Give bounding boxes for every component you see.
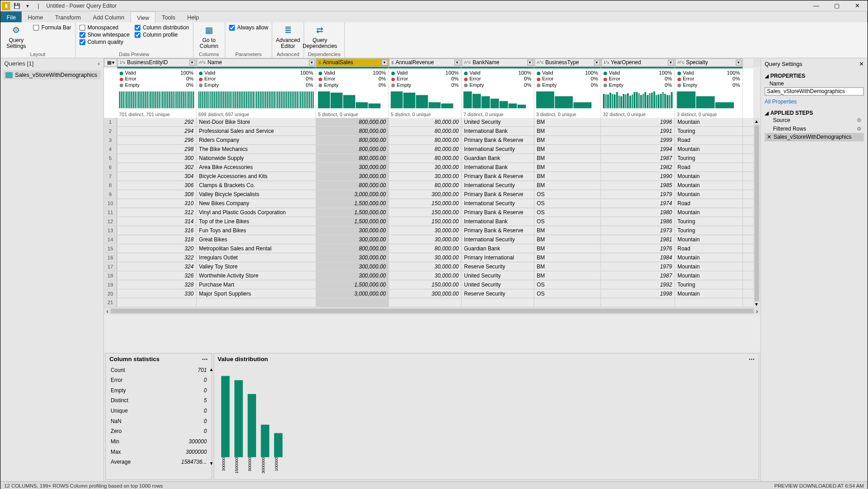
ribbon-view: ⚙ Query Settings Formula Bar Layout Mono… [0, 22, 867, 58]
goto-column-button[interactable]: ▦ Go to Column [197, 24, 221, 49]
applied-step[interactable]: ✕Sales_vStoreWithDemographics [765, 133, 864, 141]
scroll-left-icon[interactable]: ‹ [107, 308, 108, 315]
filter-dropdown-icon[interactable]: ▾ [527, 60, 533, 66]
chart-bar [221, 376, 230, 457]
close-button[interactable]: ✕ [847, 0, 867, 11]
query-settings-title: Query Settings [765, 61, 803, 67]
table-row[interactable]: 4298The Bike Mechanics800,000.0080,000.0… [104, 145, 753, 154]
horizontal-scrollbar[interactable]: ‹ › [104, 307, 760, 315]
column-header-businesstype[interactable]: AᵇcBusinessType▾ [534, 58, 601, 67]
scrollbar-thumb[interactable] [754, 125, 759, 301]
vertical-scrollbar[interactable]: ▴ ▾ [753, 118, 761, 307]
stats-scroll-down-icon[interactable]: ▾ [210, 460, 213, 466]
all-properties-link[interactable]: All Properties [765, 99, 797, 104]
title-bar: ▮ 💾 ▾ | Untitled - Power Query Editor — … [0, 0, 867, 11]
table-row[interactable]: 11312Vinyl and Plastic Goods Corporation… [104, 208, 753, 217]
table-row[interactable]: 7304Bicycle Accessories and Kits300,000.… [104, 172, 753, 181]
table-row[interactable]: 21 [104, 298, 753, 307]
name-field-label: Name [770, 80, 864, 86]
gear-icon: ⚙ [9, 24, 23, 37]
filter-dropdown-icon[interactable]: ▾ [382, 60, 387, 66]
step-settings-icon[interactable] [857, 126, 862, 132]
show-whitespace-checkbox[interactable]: Show whitespace [79, 32, 130, 38]
table-row[interactable]: 3296Riders Company800,000.0080,000.00Pri… [104, 136, 753, 145]
column-distribution-checkbox[interactable]: Column distribution [135, 25, 189, 31]
filter-dropdown-icon[interactable]: ▾ [594, 60, 600, 66]
query-item[interactable]: Sales_vStoreWithDemographics [3, 71, 101, 80]
dependency-icon: ⇄ [313, 24, 327, 37]
formula-bar-checkbox[interactable]: Formula Bar [33, 25, 71, 31]
table-row[interactable]: 18326Worthwhile Activity Store300,000.00… [104, 271, 753, 280]
maximize-button[interactable]: ▢ [826, 0, 847, 11]
tab-add-column[interactable]: Add Column [87, 11, 130, 22]
app-icon: ▮ [2, 1, 10, 10]
filter-dropdown-icon[interactable]: ▾ [309, 60, 315, 66]
close-pane-icon[interactable]: ✕ [859, 61, 864, 67]
h-scrollbar-thumb[interactable] [111, 309, 753, 314]
filter-dropdown-icon[interactable]: ▾ [668, 60, 674, 66]
table-icon: ▦ [202, 24, 215, 37]
advanced-editor-button[interactable]: ≣ Advanced Editor [276, 24, 300, 49]
table-row[interactable]: 15320Metropolitan Sales and Rental800,00… [104, 244, 753, 253]
query-dependencies-button[interactable]: ⇄ Query Dependencies [308, 24, 332, 49]
filter-dropdown-icon[interactable]: ▾ [189, 60, 195, 66]
panel-menu-icon[interactable]: ⋯ [202, 356, 208, 362]
table-row[interactable]: 13316Fun Toys and Bikes300,000.0030,000.… [104, 226, 753, 235]
column-header-specialty[interactable]: AᵇcSpecialty▾ [675, 58, 743, 67]
column-header-annualrevenue[interactable]: $AnnualRevenue▾ [389, 58, 462, 67]
status-left: 12 COLUMNS, 199+ ROWS Column profiling b… [4, 483, 163, 489]
monospaced-checkbox[interactable]: Monospaced [79, 25, 130, 31]
column-header-businessentityid[interactable]: 1²₃BusinessEntityID▾ [117, 58, 197, 67]
delete-step-icon[interactable]: ✕ [767, 134, 772, 140]
table-row[interactable]: 5300Nationwide Supply800,000.0080,000.00… [104, 154, 753, 163]
table-row[interactable]: 12314Top of the Line Bikes1,500,000.0015… [104, 217, 753, 226]
tab-file[interactable]: File [0, 11, 22, 22]
column-profile-checkbox[interactable]: Column profile [135, 32, 189, 38]
column-header-annualsales[interactable]: $AnnualSales▾ [316, 58, 389, 67]
filter-dropdown-icon[interactable]: ▾ [454, 60, 460, 66]
table-row[interactable]: 8306Clamps & Brackets Co.800,000.0080,00… [104, 181, 753, 190]
always-allow-checkbox[interactable]: Always allow [229, 25, 268, 31]
chart-bar [247, 394, 256, 457]
group-advanced-label: Advanced [276, 51, 300, 58]
filter-dropdown-icon[interactable]: ▾ [736, 60, 742, 66]
column-header-yearopened[interactable]: 1²₃YearOpened▾ [601, 58, 675, 67]
table-row[interactable]: 19328Purchase Mart1,500,000.00150,000.00… [104, 280, 753, 289]
query-settings-button[interactable]: ⚙ Query Settings [4, 24, 28, 49]
column-header-bankname[interactable]: AᵇcBankName▾ [462, 58, 534, 67]
select-all-corner[interactable]: ▦▾ [104, 58, 117, 67]
panel-menu-icon[interactable]: ⋯ [749, 356, 755, 362]
applied-step[interactable]: Filtered Rows [765, 125, 864, 133]
scroll-up-icon[interactable]: ▴ [755, 118, 758, 124]
queries-header[interactable]: Queries [1]‹ [0, 58, 103, 68]
scroll-down-icon[interactable]: ▾ [755, 301, 758, 307]
table-row[interactable]: 6302Area Bike Accessories300,000.0030,00… [104, 163, 753, 172]
table-row[interactable]: 10310New Bikes Company1,500,000.00150,00… [104, 199, 753, 208]
collapse-icon[interactable]: ‹ [98, 60, 99, 66]
scroll-right-icon[interactable]: › [756, 308, 758, 315]
group-dependencies-label: Dependencies [308, 51, 341, 58]
tab-view[interactable]: View [131, 11, 156, 23]
save-icon[interactable]: 💾 [13, 1, 21, 10]
column-quality-checkbox[interactable]: Column quality [79, 39, 130, 45]
table-row[interactable]: 16322Irregulars Outlet300,000.0030,000.0… [104, 253, 753, 262]
table-row[interactable]: 2294Professional Sales and Service800,00… [104, 127, 753, 136]
data-preview-grid[interactable]: ▦▾ 1²₃BusinessEntityID▾AᵇcName▾$AnnualSa… [104, 58, 760, 352]
table-row[interactable]: 17324Valley Toy Store300,000.0030,000.00… [104, 262, 753, 271]
tab-help[interactable]: Help [181, 11, 205, 22]
applied-step[interactable]: Source [765, 116, 864, 125]
table-row[interactable]: 20330Major Sport Suppliers3,000,000.0030… [104, 289, 753, 298]
group-layout-label: Layout [4, 51, 71, 58]
stats-scroll-up-icon[interactable]: ▴ [210, 367, 213, 372]
table-row[interactable]: 14318Great Bikes 300,000.0030,000.00Inte… [104, 235, 753, 244]
query-settings-pane: Query Settings✕ ◢ PROPERTIES Name All Pr… [761, 58, 868, 481]
step-settings-icon[interactable] [857, 118, 862, 123]
tab-home[interactable]: Home [22, 11, 49, 22]
tab-tools[interactable]: Tools [156, 11, 181, 22]
table-row[interactable]: 1292Next-Door Bike Store800,000.0080,000… [104, 118, 753, 127]
table-row[interactable]: 9308Valley Bicycle Specialists3,000,000.… [104, 190, 753, 199]
query-name-input[interactable] [765, 87, 864, 96]
minimize-button[interactable]: — [806, 0, 826, 11]
column-header-name[interactable]: AᵇcName▾ [196, 58, 316, 67]
tab-transform[interactable]: Transform [49, 11, 87, 22]
